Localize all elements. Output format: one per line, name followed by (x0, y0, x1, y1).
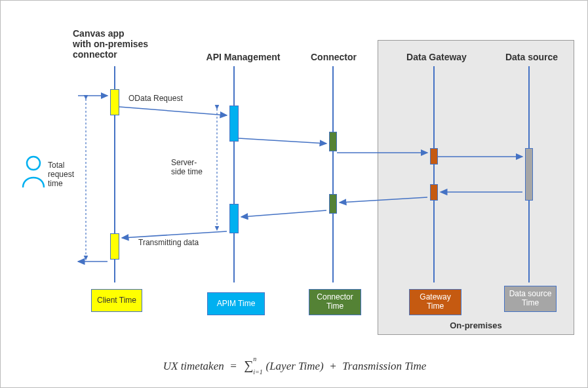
act-apim-req (229, 106, 239, 142)
label-server-side: Server-side time (171, 159, 210, 177)
act-connector-res (329, 194, 337, 214)
user-icon (20, 155, 47, 191)
legend-gateway: GatewayTime (409, 289, 461, 315)
act-gateway-res (430, 184, 438, 201)
legend-client: Client Time (91, 289, 142, 312)
sigma-icon: ∑ n i=1 (244, 358, 253, 373)
diagram-frame: On-premises Canvas appwith on-premisesco… (0, 0, 588, 388)
header-connector: Connector (301, 52, 366, 62)
act-connector-req (329, 132, 337, 151)
formula: UX timetaken = ∑ n i=1 (Layer Time) + Tr… (1, 358, 588, 373)
act-client-res (110, 233, 119, 260)
svg-line-2 (119, 107, 227, 115)
formula-lhs: UX timetaken (163, 360, 224, 372)
onprem-label: On-premises (378, 320, 574, 330)
label-odata: OData Request (128, 94, 194, 104)
legend-apim: APIM Time (207, 292, 265, 315)
act-client-req (110, 89, 119, 115)
label-transmitting: Transmitting data (138, 239, 217, 248)
header-apim: API Management (197, 52, 289, 62)
lifeline-connector (332, 66, 334, 282)
svg-line-8 (241, 210, 326, 217)
act-gateway-req (430, 148, 438, 165)
label-total-request: Totalrequesttime (48, 161, 84, 188)
header-datasource: Data source (499, 52, 564, 62)
legend-datasource: Data sourceTime (504, 286, 557, 312)
act-datasource (525, 148, 533, 201)
formula-eq: = (229, 360, 237, 372)
lifeline-apim (233, 66, 235, 282)
header-gateway: Data Gateway (401, 52, 473, 62)
legend-connector: ConnectorTime (309, 289, 361, 315)
svg-line-3 (239, 138, 326, 144)
act-apim-res (229, 204, 239, 233)
svg-point-0 (27, 157, 40, 170)
lifeline-gateway (433, 66, 435, 282)
formula-sub: i=1 (253, 368, 263, 376)
formula-term1: (Layer Time) (265, 360, 323, 372)
formula-term2: Transmission Time (342, 360, 426, 372)
header-canvas: Canvas appwith on-premisesconnector (73, 28, 165, 60)
svg-line-9 (122, 231, 227, 238)
formula-sup: n (253, 355, 256, 362)
formula-plus: + (329, 360, 336, 372)
